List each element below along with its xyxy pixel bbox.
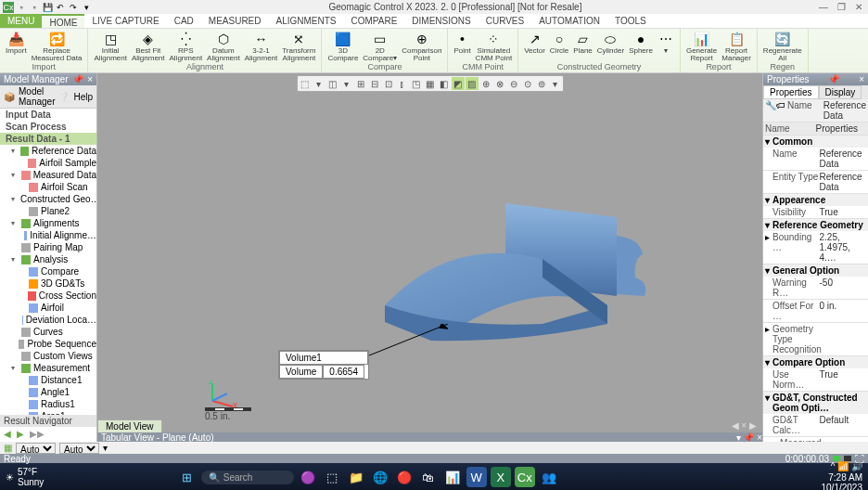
- tab-live-capture[interactable]: LIVE CAPTURE: [84, 14, 166, 28]
- tab-measured[interactable]: MEASURED: [201, 14, 269, 28]
- vp-tool-16[interactable]: ⊖: [507, 77, 520, 90]
- prop-row[interactable]: ▸Geometry Type Recognition: [763, 323, 868, 356]
- tree-node-pairing-map[interactable]: Pairing Map: [0, 241, 96, 253]
- vp-tool-5[interactable]: ⊞: [354, 77, 367, 90]
- vp-tool-10[interactable]: ▦: [424, 77, 437, 90]
- taskbar-app-1-icon[interactable]: 📊: [442, 467, 463, 487]
- ribbon--[interactable]: ⋯▾: [656, 29, 676, 55]
- close-button[interactable]: ✕: [855, 2, 862, 12]
- vp-tool-13[interactable]: ▨: [466, 77, 479, 90]
- tree-node-reference-data[interactable]: ▾Reference Data: [0, 145, 96, 157]
- prop-section-general-option[interactable]: ▾General Option: [763, 264, 868, 277]
- tree-node-constructed-geo-[interactable]: ▾Constructed Geo…: [0, 193, 96, 205]
- bottom-dropdown-icon[interactable]: ▾: [103, 443, 108, 453]
- tab-cad[interactable]: CAD: [167, 14, 201, 28]
- vp-tool-7[interactable]: ⊡: [382, 77, 395, 90]
- tab-curves[interactable]: CURVES: [479, 14, 532, 28]
- tree-node-deviation-loca-[interactable]: Deviation Loca…: [0, 314, 96, 326]
- taskbar-excel-icon[interactable]: X: [491, 467, 511, 487]
- axis-gizmo[interactable]: z x: [205, 380, 242, 408]
- tree-node-initial-alignme-[interactable]: Initial Alignme…: [0, 229, 96, 241]
- prop-row[interactable]: NameReference Data: [763, 148, 868, 171]
- ribbon-3-2-1[interactable]: ↔3-2-1Alignment: [243, 29, 280, 62]
- model-tree[interactable]: Input DataScan ProcessResult Data - 1▾Re…: [0, 109, 96, 415]
- ribbon-plane[interactable]: ▱Plane: [571, 29, 594, 55]
- tree-node-custom-views[interactable]: Custom Views: [0, 350, 96, 362]
- tab-menu[interactable]: MENU: [0, 14, 42, 28]
- qat-new-icon[interactable]: ▫: [16, 2, 27, 13]
- tree-node-airfoil-sample[interactable]: Airfoil Sample: [0, 157, 96, 169]
- taskbar-edge-icon[interactable]: 🌐: [370, 467, 390, 487]
- prop-row[interactable]: Offset For …0 in.: [763, 300, 868, 323]
- ribbon-vector[interactable]: ↗Vector: [522, 29, 547, 55]
- prop-row[interactable]: Use Norm…True: [763, 368, 868, 392]
- prop-section-gd-t-constructed-geom-opti-[interactable]: ▾GD&T, Constructed Geom Opti…: [763, 392, 868, 414]
- ribbon-sphere[interactable]: ●Sphere: [627, 29, 655, 55]
- prop-section-compare-option[interactable]: ▾Compare Option: [763, 356, 868, 368]
- taskbar-teams-icon[interactable]: 👥: [539, 467, 559, 487]
- ribbon-replace[interactable]: 🔁ReplaceMeasured Data: [30, 29, 84, 62]
- prop-row[interactable]: ▸Bounding …2.25, 1.4975, 4.…: [763, 231, 868, 264]
- taskbar-explorer-icon[interactable]: 📁: [346, 467, 366, 487]
- measurement-callout[interactable]: Volume1 Volume 0.6654: [278, 350, 369, 380]
- bottom-select-2[interactable]: Auto: [59, 443, 99, 454]
- prop-row[interactable]: VisibilityTrue: [763, 206, 868, 219]
- taskbar-chrome-icon[interactable]: 🔴: [394, 467, 415, 487]
- ribbon-rps[interactable]: ⁛RPSAlignment: [168, 29, 205, 62]
- ribbon-circle[interactable]: ○Circle: [548, 29, 570, 55]
- tab-compare[interactable]: COMPARE: [344, 14, 405, 28]
- ribbon-report[interactable]: 📋ReportManager: [720, 29, 753, 62]
- tree-node-plane2[interactable]: Plane2: [0, 205, 96, 217]
- help-tab[interactable]: Help: [73, 92, 93, 102]
- prop-section-appearence[interactable]: ▾Appearence: [763, 194, 868, 206]
- tab-home[interactable]: HOME: [42, 14, 84, 28]
- qat-more-icon[interactable]: ▾: [81, 2, 92, 13]
- ribbon-initial[interactable]: ◳InitialAlignment: [92, 29, 129, 62]
- tree-node-alignments[interactable]: ▾Alignments: [0, 217, 96, 229]
- system-tray[interactable]: ^ 📶 🔊 7:28 AM 10/1/2023: [821, 461, 862, 490]
- tray-icons[interactable]: ^ 📶 🔊: [831, 461, 862, 471]
- nav-prev-icon[interactable]: ◀: [4, 429, 11, 440]
- tabular-view-bar[interactable]: Tabular View - Plane (Auto) ▾ 📌 ×: [97, 432, 762, 442]
- vp-tool-15[interactable]: ⊗: [493, 77, 506, 90]
- tree-node-airfoil[interactable]: Airfoil: [0, 302, 96, 314]
- qat-open-icon[interactable]: ▫: [29, 2, 40, 13]
- taskbar-app-cx-icon[interactable]: Cx: [515, 467, 535, 487]
- prop-section-common[interactable]: ▾Common: [763, 135, 868, 148]
- vp-tool-3[interactable]: ◫: [326, 77, 339, 90]
- vp-tool-12[interactable]: ◩: [452, 77, 465, 90]
- maximize-button[interactable]: ❐: [837, 2, 846, 12]
- bottom-select-1[interactable]: Auto: [16, 443, 56, 454]
- model-manager-tab[interactable]: Model Manager: [19, 86, 55, 107]
- tree-node-measured-data[interactable]: ▾Measured Data: [0, 169, 96, 181]
- ribbon-transform[interactable]: ⤧TransformAlignment: [280, 29, 317, 62]
- ribbon-comparison[interactable]: ⊕ComparisonPoint: [400, 29, 443, 62]
- ribbon-import[interactable]: 📥Import: [4, 29, 29, 55]
- prop-row[interactable]: Warning R…-50: [763, 277, 868, 300]
- tree-node-compare[interactable]: Compare: [0, 265, 96, 277]
- ribbon-point[interactable]: •Point: [452, 29, 472, 55]
- vp-tool-11[interactable]: ◧: [438, 77, 451, 90]
- qat-redo-icon[interactable]: ↷: [68, 2, 79, 13]
- prop-row[interactable]: Measured Pair Option: [763, 437, 868, 442]
- vp-tool-14[interactable]: ⊕: [479, 77, 492, 90]
- ribbon-generate[interactable]: 📊GenerateReport: [684, 29, 719, 62]
- ribbon-simulated[interactable]: ⁘SimulatedCMM Point: [474, 29, 515, 62]
- tree-node-radius1[interactable]: Radius1: [0, 398, 96, 410]
- viewport-tab-controls[interactable]: ◀ × ▶: [724, 419, 762, 432]
- ribbon-cylinder[interactable]: ⬭Cylinder: [595, 29, 626, 55]
- tree-node-cross-section[interactable]: Cross Section: [0, 290, 96, 302]
- vp-tool-4[interactable]: ▾: [340, 77, 353, 90]
- taskbar-word-icon[interactable]: W: [466, 467, 487, 487]
- taskbar-copilot-icon[interactable]: 🟣: [298, 467, 318, 487]
- vp-tool-8[interactable]: ⫿: [396, 77, 409, 90]
- viewport-3d[interactable]: ⬚▾ ◫▾ ⊞⊟ ⊡⫿ ◳▦ ◧ ◩ ▨ ⊕⊗ ⊖⊙ ⊚▾: [97, 73, 762, 442]
- tab-alignments[interactable]: ALIGNMENTS: [269, 14, 344, 28]
- vp-tool-2[interactable]: ▾: [313, 77, 326, 90]
- tree-node-result-data-1[interactable]: Result Data - 1: [0, 133, 96, 145]
- tree-node-analysis[interactable]: ▾Analysis: [0, 253, 96, 265]
- ribbon-2d[interactable]: ▭2DCompare▾: [361, 29, 399, 62]
- panel-pin-icon[interactable]: 📌: [72, 74, 83, 84]
- taskbar-weather[interactable]: ☀ 57°F Sunny: [6, 467, 44, 487]
- vp-tool-18[interactable]: ⊚: [535, 77, 548, 90]
